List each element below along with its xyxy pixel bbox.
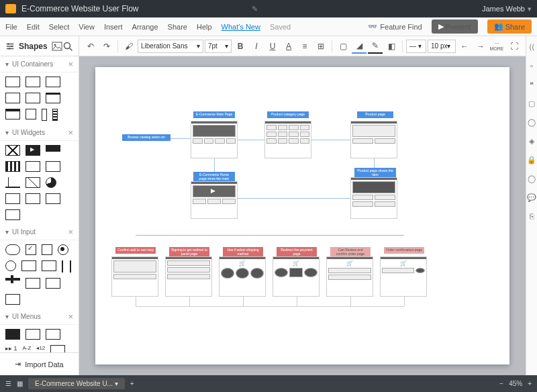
chevron-down-icon[interactable]: ▾: [528, 5, 532, 13]
connector[interactable]: [170, 138, 191, 139]
flow-label[interactable]: Order confirmation page: [384, 247, 424, 254]
connector[interactable]: [374, 158, 375, 168]
layers-icon[interactable]: ◈: [526, 136, 537, 146]
flow-label[interactable]: Use if select shipping method: [223, 247, 263, 257]
shape-item[interactable]: [46, 161, 60, 172]
shape-item[interactable]: [26, 109, 36, 119]
italic-button[interactable]: I: [249, 39, 264, 54]
menu-edit[interactable]: Edit: [27, 23, 40, 31]
stroke-width-select[interactable]: 10 px▾: [428, 40, 456, 53]
wireframe-node[interactable]: 🛒: [219, 256, 266, 297]
shape-style-button[interactable]: ◧: [384, 39, 399, 54]
flow-label[interactable]: Browse catalog select an: [122, 134, 170, 141]
menu-insert[interactable]: Insert: [104, 23, 123, 31]
user-name[interactable]: James Webb: [482, 5, 525, 13]
shape-item[interactable]: [5, 161, 20, 172]
zoom-in-button[interactable]: +: [528, 380, 532, 387]
font-size-select[interactable]: 7pt▾: [205, 40, 232, 53]
layout-button[interactable]: ⊞: [313, 39, 328, 54]
text-color-button[interactable]: A: [281, 39, 296, 54]
wireframe-node[interactable]: 🛒: [273, 256, 320, 297]
page-icon[interactable]: ▫: [526, 60, 537, 71]
category-ui-widgets[interactable]: ▾UI Widgets×: [0, 125, 79, 141]
share-button[interactable]: 👥 Share: [487, 19, 532, 34]
comment-icon[interactable]: ◯: [526, 173, 537, 184]
category-ui-containers[interactable]: ▾UI Containers×: [0, 56, 79, 72]
flow-label[interactable]: Product category page: [267, 111, 309, 118]
shape-item[interactable]: [46, 77, 60, 87]
shape-item[interactable]: [5, 145, 20, 156]
flow-label[interactable]: E-Commerce Home page show the main: [193, 172, 235, 182]
shape-item[interactable]: [5, 109, 20, 119]
shape-item[interactable]: [5, 329, 20, 340]
clock-icon[interactable]: ◯: [526, 117, 537, 128]
redo-button[interactable]: ↷: [99, 39, 114, 54]
wireframe-node[interactable]: ▶: [191, 181, 238, 219]
add-page-button[interactable]: +: [130, 380, 134, 387]
connector[interactable]: [311, 140, 350, 140]
connector[interactable]: [136, 306, 404, 307]
flow-label[interactable]: Product page: [357, 111, 393, 118]
sliders-icon[interactable]: [5, 42, 15, 51]
undo-button[interactable]: ↶: [83, 39, 98, 54]
shapes-scroll[interactable]: ▾UI Containers× ▾UI Widgets× ▶: [0, 56, 79, 352]
flow-label[interactable]: Signing in get redirect to panel page: [169, 247, 209, 257]
close-icon[interactable]: ×: [68, 128, 73, 138]
close-icon[interactable]: ×: [68, 227, 73, 237]
canvas[interactable]: Browse catalog select an E-Commerce Main…: [79, 56, 526, 375]
shape-item[interactable]: [26, 193, 40, 204]
connector[interactable]: [238, 198, 350, 199]
menu-file[interactable]: File: [5, 23, 17, 31]
wireframe-node[interactable]: [191, 121, 238, 158]
lock-icon[interactable]: 🔒: [526, 154, 537, 165]
wireframe-node[interactable]: [264, 121, 311, 158]
shape-item[interactable]: [42, 244, 52, 255]
wireframe-node[interactable]: [165, 256, 212, 297]
connector[interactable]: [136, 235, 404, 236]
shape-item[interactable]: [42, 260, 56, 271]
connector[interactable]: [404, 297, 405, 306]
shape-item[interactable]: [46, 278, 60, 289]
menu-view[interactable]: View: [79, 23, 95, 31]
search-icon[interactable]: [62, 41, 73, 52]
line-color-button[interactable]: ✎: [368, 39, 383, 54]
shape-item[interactable]: [62, 260, 71, 273]
menu-share[interactable]: Share: [168, 23, 187, 31]
fullscreen-button[interactable]: ⛶: [507, 39, 522, 54]
category-ui-input[interactable]: ▾UI Input×: [0, 224, 79, 240]
grid-view-icon[interactable]: ▦: [17, 380, 23, 387]
menu-arrange[interactable]: Arrange: [132, 23, 158, 31]
connector[interactable]: [189, 297, 190, 306]
presentation-icon[interactable]: ▢: [526, 98, 537, 109]
shape-item[interactable]: [50, 345, 65, 352]
shape-item[interactable]: [26, 278, 40, 289]
shape-item[interactable]: [26, 161, 40, 172]
shape-item[interactable]: ▶: [26, 145, 40, 156]
shape-item[interactable]: [5, 177, 20, 188]
wireframe-node[interactable]: 🛒: [380, 256, 427, 297]
shape-item[interactable]: [5, 209, 20, 220]
close-icon[interactable]: ×: [68, 59, 73, 69]
wireframe-node[interactable]: [350, 121, 397, 158]
connector[interactable]: [243, 297, 244, 306]
flow-label[interactable]: Redirect the payment page: [277, 247, 317, 257]
collapse-icon[interactable]: ⟨⟨: [526, 42, 537, 52]
shape-item[interactable]: [46, 93, 60, 103]
align-button[interactable]: ≡: [297, 39, 312, 54]
flow-label[interactable]: Cart Review and confirm order page: [330, 247, 371, 257]
zoom-out-button[interactable]: −: [499, 380, 503, 387]
link-icon[interactable]: ⎘: [526, 211, 537, 222]
shape-item[interactable]: [42, 109, 47, 121]
flow-label[interactable]: Product page shows the item: [354, 168, 396, 178]
menu-select[interactable]: Select: [49, 23, 70, 31]
shape-item[interactable]: ✓: [26, 244, 36, 255]
connector[interactable]: [297, 297, 297, 306]
shape-item[interactable]: [46, 329, 60, 340]
paint-button[interactable]: 🖌: [121, 39, 136, 54]
bucket-button[interactable]: ◢: [352, 39, 367, 54]
close-icon[interactable]: ×: [68, 311, 73, 322]
wireframe-node[interactable]: [350, 177, 397, 219]
shape-item[interactable]: [5, 93, 20, 103]
bold-button[interactable]: B: [233, 39, 248, 54]
category-ui-menus[interactable]: ▾UI Menus×: [0, 309, 79, 325]
